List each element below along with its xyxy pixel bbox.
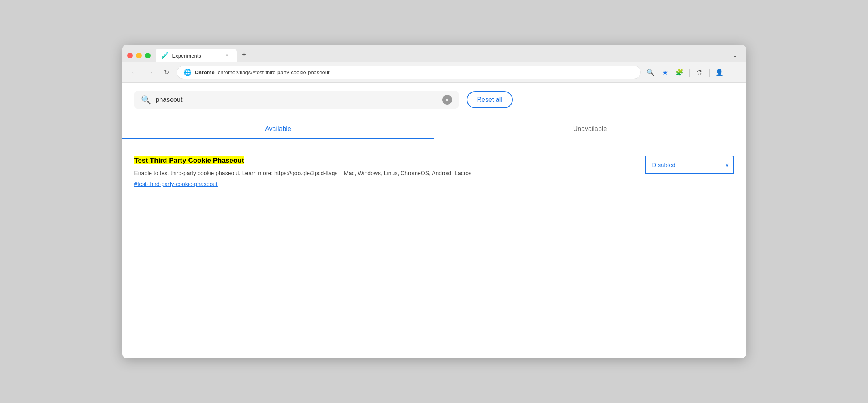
flags-tabs: Available Unavailable	[122, 117, 746, 139]
toolbar-divider-2	[709, 69, 710, 77]
flag-info: Test Third Party Cookie Phaseout Enable …	[134, 156, 629, 187]
tab-available[interactable]: Available	[122, 117, 434, 139]
zoom-button[interactable]: 🔍	[644, 66, 657, 79]
toolbar-actions: 🔍 ★ 🧩 ⚗ 👤 ⋮	[644, 66, 740, 79]
page-content: 🔍 × Reset all Available Unavailable Test…	[122, 83, 746, 358]
refresh-button[interactable]: ↻	[160, 66, 173, 79]
flag-entry: Test Third Party Cookie Phaseout Enable …	[134, 148, 734, 195]
tab-unavailable[interactable]: Unavailable	[434, 117, 746, 139]
profile-button[interactable]: 👤	[713, 66, 726, 79]
flag-select[interactable]: Default Disabled Enabled	[645, 156, 734, 174]
tab-title: Experiments	[172, 53, 220, 59]
tab-menu-button[interactable]: ⌄	[729, 49, 741, 61]
title-bar: 🧪 Experiments × + ⌄	[122, 45, 746, 62]
bookmark-button[interactable]: ★	[659, 66, 672, 79]
forward-button[interactable]: →	[144, 66, 157, 79]
flag-description: Enable to test third-party cookie phaseo…	[134, 169, 491, 178]
yellow-traffic-light[interactable]	[136, 53, 142, 58]
flag-select-wrapper: Default Disabled Enabled ∨	[645, 156, 734, 174]
active-tab[interactable]: 🧪 Experiments ×	[156, 49, 237, 62]
toolbar-divider-1	[689, 69, 690, 77]
toolbar: ← → ↻ 🌐 Chrome chrome://flags/#test-thir…	[122, 62, 746, 83]
browser-window: 🧪 Experiments × + ⌄ ← → ↻ 🌐 Chrome chrom…	[122, 45, 746, 358]
tab-favicon: 🧪	[161, 52, 169, 59]
flag-title: Test Third Party Cookie Phaseout	[134, 156, 629, 165]
search-icon: 🔍	[141, 95, 151, 105]
flags-search-bar: 🔍 × Reset all	[122, 83, 746, 117]
traffic-lights	[127, 53, 151, 58]
back-button[interactable]: ←	[128, 66, 141, 79]
experiments-button[interactable]: ⚗	[693, 66, 706, 79]
flag-anchor-link[interactable]: #test-third-party-cookie-phaseout	[134, 181, 629, 187]
chrome-menu-button[interactable]: ⋮	[727, 66, 740, 79]
extensions-button[interactable]: 🧩	[673, 66, 686, 79]
reset-all-button[interactable]: Reset all	[467, 91, 513, 108]
green-traffic-light[interactable]	[145, 53, 151, 58]
red-traffic-light[interactable]	[127, 53, 133, 58]
clear-search-button[interactable]: ×	[442, 95, 452, 105]
chrome-logo-icon: 🌐	[183, 69, 192, 76]
tabs-area: 🧪 Experiments × + ⌄	[156, 49, 741, 62]
url-text: chrome://flags/#test-third-party-cookie-…	[218, 69, 330, 75]
search-input[interactable]	[156, 96, 437, 103]
address-bar[interactable]: 🌐 Chrome chrome://flags/#test-third-part…	[177, 66, 641, 79]
search-wrapper: 🔍 ×	[134, 91, 459, 109]
new-tab-button[interactable]: +	[238, 49, 250, 61]
flags-list: Test Third Party Cookie Phaseout Enable …	[122, 139, 746, 204]
flag-control: Default Disabled Enabled ∨	[645, 156, 734, 174]
chrome-label: Chrome	[195, 69, 215, 75]
tab-close-button[interactable]: ×	[224, 52, 231, 59]
